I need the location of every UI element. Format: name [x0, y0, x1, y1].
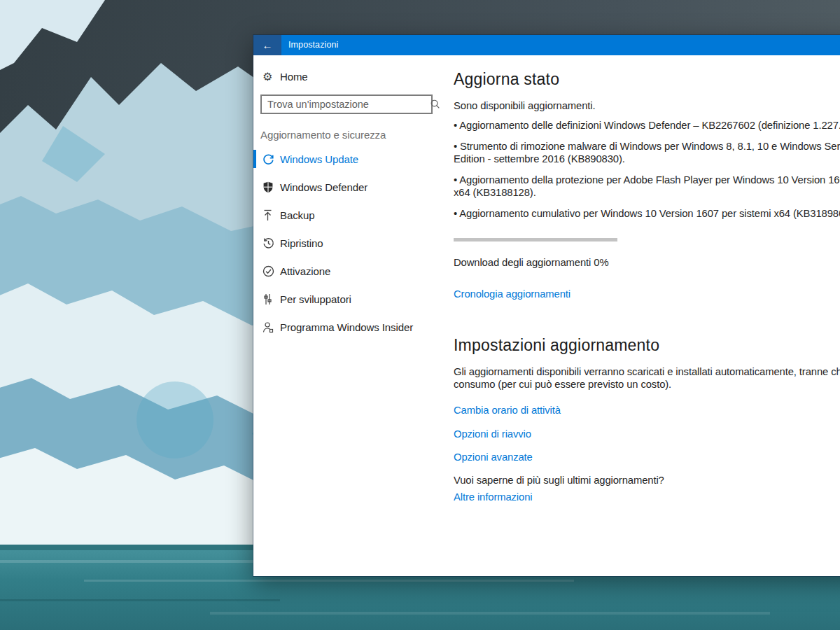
- sidebar-item-attivazione[interactable]: Attivazione: [253, 257, 454, 285]
- nav-label: Windows Update: [280, 153, 358, 165]
- change-active-hours-link[interactable]: Cambia orario di attività: [454, 405, 561, 416]
- nav-label: Attivazione: [280, 265, 330, 277]
- settings-window: ← Impostazioni ⚙ Home Aggiornamento: [253, 35, 840, 576]
- update-list-item: • Strumento di rimozione malware di Wind…: [454, 141, 840, 165]
- sidebar-item-ripristino[interactable]: Ripristino: [253, 229, 454, 257]
- nav-label: Per sviluppatori: [280, 293, 351, 305]
- shield-icon: [262, 181, 280, 193]
- sidebar-item-home[interactable]: ⚙ Home: [253, 66, 454, 87]
- back-arrow-icon: ←: [262, 39, 273, 51]
- learn-more-question: Vuoi saperne di più sugli ultimi aggiorn…: [454, 475, 840, 487]
- refresh-icon: [262, 153, 280, 165]
- gear-icon: ⚙: [262, 70, 280, 83]
- home-label: Home: [280, 71, 308, 83]
- search-icon: [430, 99, 440, 109]
- dev-sliders-icon: [262, 293, 280, 305]
- nav-label: Programma Windows Insider: [280, 321, 413, 333]
- update-history-link[interactable]: Cronologia aggiornamenti: [454, 288, 570, 300]
- update-list-item: • Aggiornamento delle definizioni Window…: [454, 120, 840, 132]
- update-status-text: Sono disponibili aggiornamenti.: [454, 100, 840, 113]
- more-info-link[interactable]: Altre informazioni: [454, 491, 533, 503]
- search-input[interactable]: [260, 94, 433, 114]
- window-title: Impostazioni: [281, 35, 338, 55]
- nav-label: Ripristino: [280, 237, 323, 249]
- sidebar-item-windows-defender[interactable]: Windows Defender: [253, 173, 454, 201]
- restart-options-link[interactable]: Opzioni di riavvio: [454, 428, 531, 440]
- window-body: ⚙ Home Aggiornamento e sicurezza: [253, 55, 840, 576]
- update-list-item: • Aggiornamento della protezione per Ado…: [454, 174, 840, 199]
- page-title: Aggiorna stato: [454, 70, 840, 89]
- advanced-options-link[interactable]: Opzioni avanzate: [454, 451, 533, 463]
- update-settings-title: Impostazioni aggiornamento: [454, 336, 840, 355]
- sidebar-item-windows-insider[interactable]: Programma Windows Insider: [253, 313, 454, 341]
- sidebar-item-backup[interactable]: Backup: [253, 201, 454, 229]
- insider-person-icon: [262, 321, 280, 333]
- back-button[interactable]: ←: [253, 35, 281, 55]
- sidebar-item-windows-update[interactable]: Windows Update: [253, 145, 454, 173]
- nav-label: Backup: [280, 209, 314, 221]
- update-settings-description: Gli aggiornamenti disponibili verranno s…: [454, 366, 840, 391]
- download-progress-bar: [454, 238, 617, 241]
- history-icon: [262, 237, 280, 249]
- sidebar-category-label: Aggiornamento e sicurezza: [260, 129, 454, 141]
- sidebar-nav: Windows Update Windows Defender: [253, 145, 454, 341]
- nav-label: Windows Defender: [280, 181, 368, 193]
- sidebar-item-per-sviluppatori[interactable]: Per sviluppatori: [253, 285, 454, 313]
- titlebar: ← Impostazioni: [253, 35, 840, 55]
- upload-icon: [262, 209, 280, 221]
- search-container: [260, 94, 447, 114]
- download-percent-label: Download degli aggiornamenti 0%: [454, 257, 840, 270]
- update-list-item: • Aggiornamento cumulativo per Windows 1…: [454, 208, 840, 220]
- sidebar: ⚙ Home Aggiornamento e sicurezza: [253, 55, 454, 576]
- check-circle-icon: [262, 265, 280, 277]
- main-content: Aggiorna stato Sono disponibili aggiorna…: [454, 55, 840, 576]
- desktop: ← Impostazioni ⚙ Home Aggiornamento: [0, 0, 840, 630]
